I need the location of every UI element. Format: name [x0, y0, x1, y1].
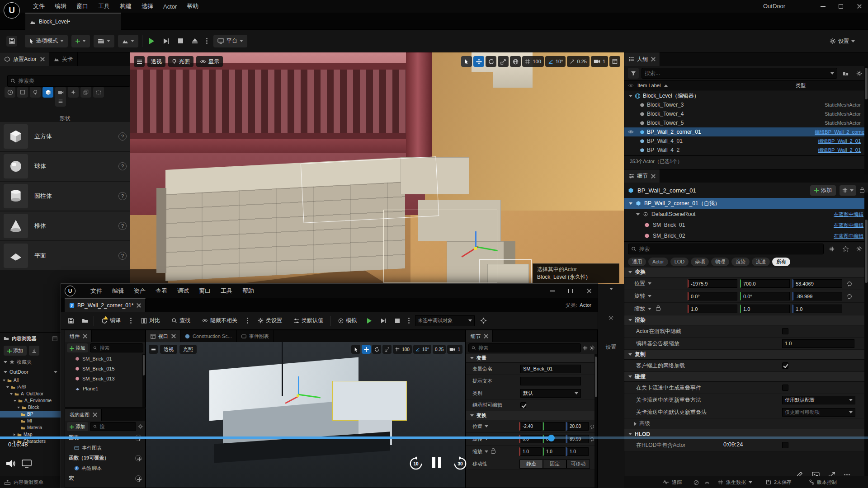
- reset-icon[interactable]: [847, 294, 852, 299]
- help-icon[interactable]: ?: [118, 132, 127, 141]
- scale-z-field[interactable]: 1.0: [793, 305, 842, 313]
- camera-speed-button[interactable]: 1: [591, 56, 608, 67]
- bp-save-button[interactable]: [66, 315, 76, 326]
- play-options-menu[interactable]: [206, 40, 208, 42]
- scale-tool-button[interactable]: [498, 56, 509, 67]
- details-search-input[interactable]: [628, 244, 824, 254]
- gear-icon[interactable]: [138, 424, 143, 429]
- column-item-label[interactable]: Item Label: [637, 83, 660, 88]
- bp-menu-view[interactable]: 查看: [151, 284, 172, 298]
- content-import-button[interactable]: [29, 346, 39, 356]
- overlap-method-select[interactable]: 使用默认配置: [782, 396, 855, 404]
- scrollbar-thumb[interactable]: [143, 355, 145, 375]
- expand-icon[interactable]: [629, 202, 632, 205]
- location-y-field[interactable]: 700.0: [740, 279, 790, 288]
- tab-details[interactable]: 细节: [624, 169, 660, 183]
- bp-scale-z-field[interactable]: 1.0: [566, 447, 589, 456]
- filter-chip-streaming[interactable]: 流送: [752, 258, 770, 266]
- bp-components-search-input[interactable]: [90, 343, 143, 352]
- bp-diff-button[interactable]: 对比: [137, 314, 164, 327]
- scrollbar-thumb[interactable]: [595, 357, 597, 397]
- gear-icon[interactable]: [590, 345, 595, 351]
- bp-scale-x-field[interactable]: 1.0: [519, 447, 542, 456]
- edit-blueprint-link[interactable]: 编辑BP_Wall_2_corne: [815, 129, 864, 136]
- hide-options-menu[interactable]: [247, 320, 248, 321]
- video-progress-track[interactable]: [0, 436, 868, 439]
- rotation-snap-button[interactable]: 10°: [545, 56, 566, 67]
- help-icon[interactable]: ?: [118, 252, 127, 260]
- scale-snap-button[interactable]: 0.25: [567, 56, 589, 67]
- overlap-events-checkbox[interactable]: [782, 385, 788, 391]
- expand-icon[interactable]: [636, 213, 640, 216]
- tree-item-a-environment[interactable]: A_Environme: [0, 397, 61, 404]
- tab-outliner[interactable]: 大纲: [624, 52, 660, 66]
- filter-chip-actor[interactable]: Actor: [648, 258, 668, 266]
- bp-scale-tool-button[interactable]: [382, 345, 392, 354]
- list-item-cube[interactable]: 立方体 ?: [0, 122, 130, 151]
- place-search-input[interactable]: [7, 75, 130, 87]
- bp-gizmo-center[interactable]: [297, 394, 299, 397]
- chevron-down-icon[interactable]: [485, 450, 488, 453]
- bp-perspective-button[interactable]: 透视: [160, 345, 177, 354]
- revision-control-button[interactable]: 版本控制: [809, 479, 837, 486]
- rotation-y-field[interactable]: 0.0°: [740, 292, 790, 300]
- scale-y-field[interactable]: 1.0: [740, 305, 790, 313]
- close-icon[interactable]: [651, 174, 655, 178]
- close-icon[interactable]: [651, 57, 655, 61]
- more-options-icon[interactable]: [846, 474, 848, 475]
- tooltip-text-field[interactable]: [520, 377, 581, 385]
- category-recent-icon[interactable]: [5, 87, 15, 98]
- scrollbar-thumb[interactable]: [865, 68, 868, 99]
- scale-x-field[interactable]: 1.0: [688, 305, 737, 313]
- settings-button[interactable]: 设置: [826, 35, 859, 47]
- menu-tools[interactable]: 工具: [93, 0, 115, 13]
- components-scrollbar[interactable]: [142, 354, 145, 407]
- bp-simulate-button[interactable]: 模拟: [334, 314, 361, 327]
- scale-lock-icon[interactable]: [491, 450, 495, 454]
- chevron-down-icon[interactable]: [648, 295, 651, 297]
- debug-object-select[interactable]: 未选中调试对象: [415, 315, 475, 326]
- strip-gear-icon[interactable]: [598, 312, 624, 324]
- content-favorites-row[interactable]: 收藏夹: [0, 357, 61, 367]
- scale-lock-icon[interactable]: [656, 307, 660, 311]
- bp-section-variable[interactable]: 变量: [466, 354, 597, 363]
- bp-frame-skip-button[interactable]: [378, 315, 389, 326]
- net-load-checkbox[interactable]: [782, 362, 788, 369]
- component-row-selected[interactable]: BP_Wall_2_corner_01（自我）: [624, 198, 868, 209]
- status-icon-2[interactable]: [704, 480, 710, 485]
- menu-build[interactable]: 构建: [115, 0, 137, 13]
- list-item-plane[interactable]: 平面 ?: [0, 241, 130, 270]
- bp-section-transform[interactable]: 变换: [466, 411, 597, 420]
- outliner-world-row[interactable]: Block_Level（编辑器）: [624, 91, 868, 100]
- category-shapes-icon[interactable]: [42, 87, 53, 98]
- unreal-logo-icon[interactable]: U: [4, 2, 20, 19]
- details-scrollbar[interactable]: [864, 192, 868, 488]
- mybp-macros-header[interactable]: 宏: [65, 473, 145, 483]
- bp-play-options-menu[interactable]: [408, 320, 410, 321]
- edit-in-blueprint-link[interactable]: 在蓝图中编辑: [834, 222, 863, 229]
- stop-button[interactable]: [175, 36, 186, 47]
- help-icon[interactable]: ?: [118, 192, 127, 200]
- tab-place-actors[interactable]: 放置Actor: [0, 52, 49, 66]
- bp-mybp-add-button[interactable]: 添加: [67, 422, 88, 431]
- platforms-button[interactable]: 平台: [213, 35, 247, 47]
- cinematics-button[interactable]: [94, 35, 114, 47]
- default-overlap-method-select[interactable]: 仅更新可移动项: [782, 408, 855, 417]
- edit-in-blueprint-link[interactable]: 在蓝图中编辑: [834, 211, 863, 218]
- menu-actor[interactable]: Actor: [158, 0, 182, 13]
- video-miniplayer-button[interactable]: [22, 460, 32, 468]
- bp-menu-window[interactable]: 窗口: [194, 284, 216, 298]
- frame-skip-button[interactable]: [160, 36, 171, 47]
- video-forward-button[interactable]: 30: [452, 455, 468, 472]
- unsaved-button[interactable]: 2未保存: [766, 479, 792, 486]
- close-icon[interactable]: [82, 334, 87, 338]
- outliner-search-input[interactable]: [642, 68, 837, 79]
- bp-close-button[interactable]: [580, 284, 598, 298]
- rotate-tool-button[interactable]: [486, 56, 496, 67]
- bp-debug-picker-button[interactable]: [478, 315, 489, 326]
- tab-bp-details[interactable]: 细节: [466, 330, 493, 342]
- levels-dropdown-button[interactable]: [598, 284, 624, 294]
- content-collection-row[interactable]: OutDoor: [0, 367, 61, 377]
- tab-construction-script[interactable]: Construction Sc...: [180, 330, 237, 342]
- add-component-button[interactable]: 添加: [810, 185, 836, 196]
